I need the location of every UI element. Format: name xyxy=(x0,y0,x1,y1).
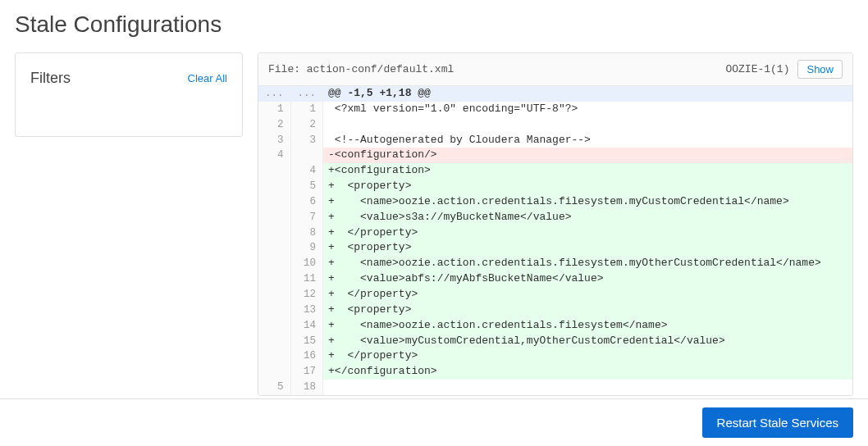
new-line-number: 7 xyxy=(290,210,323,225)
diff-line: 17+</configuration> xyxy=(258,364,852,380)
new-line-number: 18 xyxy=(290,380,323,395)
diff-line: 6+ <name>oozie.action.credentials.filesy… xyxy=(258,194,852,210)
old-line-number: 3 xyxy=(258,133,290,148)
diff-line: 14+ <name>oozie.action.credentials.files… xyxy=(258,318,852,334)
diff-file-label: File: action-conf/default.xml xyxy=(268,63,454,75)
old-line-number xyxy=(258,194,290,210)
diff-line-text: + <value>myCustomCredential,myOtherCusto… xyxy=(323,334,852,349)
diff-line: 8+ </property> xyxy=(258,225,852,241)
new-line-number: 5 xyxy=(290,179,323,194)
new-line-number: ... xyxy=(290,86,323,102)
diff-line: 4+<configuration> xyxy=(258,163,852,179)
restart-stale-services-button[interactable]: Restart Stale Services xyxy=(702,407,853,438)
old-line-number xyxy=(258,287,290,303)
new-line-number: 3 xyxy=(290,133,323,148)
diff-line-text: <!--Autogenerated by Cloudera Manager--> xyxy=(323,133,852,148)
new-line-number: 10 xyxy=(290,256,323,271)
clear-all-link[interactable]: Clear All xyxy=(188,72,227,84)
filters-panel: Filters Clear All xyxy=(15,52,243,137)
old-line-number xyxy=(258,364,290,380)
diff-line: 13+ <property> xyxy=(258,303,852,318)
old-line-number xyxy=(258,225,290,241)
new-line-number: 1 xyxy=(290,102,323,117)
diff-line: 7+ <value>s3a://myBucketName</value> xyxy=(258,210,852,225)
new-line-number: 14 xyxy=(290,318,323,334)
new-line-number: 11 xyxy=(290,271,323,287)
old-line-number: ... xyxy=(258,86,290,102)
diff-line-text: + </property> xyxy=(323,348,852,364)
new-line-number: 8 xyxy=(290,225,323,241)
diff-line-text: + <name>oozie.action.credentials.filesys… xyxy=(323,194,852,210)
diff-line: 22 xyxy=(258,117,852,133)
new-line-number: 13 xyxy=(290,303,323,318)
diff-panel: File: action-conf/default.xml OOZIE-1(1)… xyxy=(258,52,853,396)
diff-line: 5+ <property> xyxy=(258,179,852,194)
old-line-number xyxy=(258,210,290,225)
diff-line: 11 <?xml version="1.0" encoding="UTF-8"?… xyxy=(258,102,852,117)
old-line-number xyxy=(258,348,290,364)
old-line-number: 5 xyxy=(258,380,290,395)
old-line-number xyxy=(258,318,290,334)
diff-line: 518 xyxy=(258,380,852,395)
page-title: Stale Configurations xyxy=(0,0,868,52)
old-line-number xyxy=(258,163,290,179)
diff-line: 10+ <name>oozie.action.credentials.files… xyxy=(258,256,852,271)
diff-line-text: + </property> xyxy=(323,225,852,241)
new-line-number: 16 xyxy=(290,348,323,364)
diff-line-text: @@ -1,5 +1,18 @@ xyxy=(323,86,852,102)
diff-line: 12+ </property> xyxy=(258,287,852,303)
diff-line-text xyxy=(323,380,852,395)
diff-line-text: + <property> xyxy=(323,179,852,194)
new-line-number: 9 xyxy=(290,240,323,256)
old-line-number: 1 xyxy=(258,102,290,117)
new-line-number: 12 xyxy=(290,287,323,303)
diff-line-text: + <value>abfs://myAbfsBucketName</value> xyxy=(323,271,852,287)
old-line-number xyxy=(258,256,290,271)
diff-line: 15+ <value>myCustomCredential,myOtherCus… xyxy=(258,334,852,349)
old-line-number xyxy=(258,240,290,256)
old-line-number xyxy=(258,303,290,318)
diff-header: File: action-conf/default.xml OOZIE-1(1)… xyxy=(258,53,852,86)
old-line-number xyxy=(258,271,290,287)
diff-line: ......@@ -1,5 +1,18 @@ xyxy=(258,86,852,102)
old-line-number xyxy=(258,334,290,349)
diff-line-text xyxy=(323,117,852,133)
diff-line-text: <?xml version="1.0" encoding="UTF-8"?> xyxy=(323,102,852,117)
diff-line-text: +<configuration> xyxy=(323,163,852,179)
diff-line-text: + <property> xyxy=(323,303,852,318)
diff-line-text: + <value>s3a://myBucketName</value> xyxy=(323,210,852,225)
diff-table: ......@@ -1,5 +1,18 @@11 <?xml version="… xyxy=(258,86,852,395)
new-line-number: 2 xyxy=(290,117,323,133)
footer-bar: Restart Stale Services xyxy=(0,398,868,446)
diff-line: 33 <!--Autogenerated by Cloudera Manager… xyxy=(258,133,852,148)
diff-service-label: OOZIE-1(1) xyxy=(725,63,789,75)
diff-line: 16+ </property> xyxy=(258,348,852,364)
diff-line-text: -<configuration/> xyxy=(323,148,852,163)
new-line-number: 15 xyxy=(290,334,323,349)
old-line-number: 4 xyxy=(258,148,290,163)
new-line-number xyxy=(290,148,323,163)
diff-line-text: + <name>oozie.action.credentials.filesys… xyxy=(323,256,852,271)
new-line-number: 6 xyxy=(290,194,323,210)
filters-heading: Filters xyxy=(30,70,71,87)
new-line-number: 4 xyxy=(290,163,323,179)
diff-line-text: + <property> xyxy=(323,240,852,256)
old-line-number: 2 xyxy=(258,117,290,133)
diff-line-text: + </property> xyxy=(323,287,852,303)
diff-line-text: + <name>oozie.action.credentials.filesys… xyxy=(323,318,852,334)
show-button[interactable]: Show xyxy=(797,60,843,79)
new-line-number: 17 xyxy=(290,364,323,380)
diff-line: 9+ <property> xyxy=(258,240,852,256)
diff-line-text: +</configuration> xyxy=(323,364,852,380)
content-row: Filters Clear All File: action-conf/defa… xyxy=(0,52,868,396)
diff-line: 11+ <value>abfs://myAbfsBucketName</valu… xyxy=(258,271,852,287)
diff-line: 4-<configuration/> xyxy=(258,148,852,163)
old-line-number xyxy=(258,179,290,194)
